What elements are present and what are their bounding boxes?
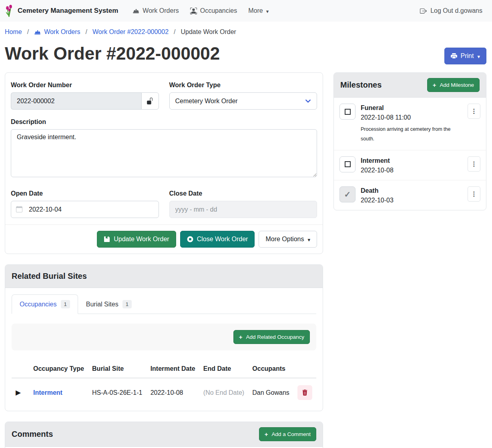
plus-icon: + [265, 431, 268, 437]
nav-label: Work Orders [143, 7, 179, 14]
print-label: Print [461, 52, 474, 60]
description-textarea[interactable]: Graveside interment. [11, 129, 317, 177]
check-icon: ✓ [344, 190, 351, 199]
tab-label: Occupancies [20, 301, 57, 308]
open-date-label: Open Date [11, 190, 159, 197]
close-date-input[interactable] [169, 201, 317, 218]
milestone-checkbox-checked[interactable]: ✓ [339, 186, 355, 202]
burial-site-cell: HS-A-0S-26E-1-1 [88, 378, 147, 407]
milestone-note: Procession arriving at cemetery from the… [361, 125, 462, 144]
logout-button[interactable]: Log Out d.gowans [420, 7, 482, 14]
add-comment-button[interactable]: + Add a Comment [259, 427, 316, 441]
unlock-button[interactable] [141, 92, 159, 110]
plus-icon: + [239, 334, 243, 340]
more-options-button[interactable]: More Options ▾ [259, 231, 317, 248]
occupancies-table: Occupancy Type Burial Site Interment Dat… [12, 360, 316, 407]
milestones-card: Milestones + Add Milestone Funeral 2022-… [333, 72, 486, 210]
app-brand[interactable]: Cemetery Management System [5, 4, 118, 17]
more-options-label: More Options [265, 236, 304, 243]
nav-item-more[interactable]: More ▾ [243, 4, 274, 18]
person-bounding-box-icon [190, 8, 197, 14]
hard-hat-icon [133, 8, 139, 14]
kebab-icon: ⋮ [471, 190, 477, 198]
update-work-order-button[interactable]: Update Work Order [97, 231, 176, 248]
milestone-date: 2022-10-03 [361, 197, 462, 204]
breadcrumb-home[interactable]: Home [5, 28, 22, 36]
milestone-menu-button[interactable]: ⋮ [468, 186, 480, 202]
trash-icon [302, 390, 308, 396]
app-title: Cemetery Management System [18, 7, 118, 15]
chevron-down-icon [305, 98, 311, 104]
tulip-logo-icon [5, 4, 14, 17]
milestone-menu-button[interactable]: ⋮ [468, 156, 480, 172]
plus-icon: + [433, 82, 436, 88]
milestone-checkbox[interactable] [339, 104, 355, 120]
tab-burial-sites[interactable]: Burial Sites 1 [78, 294, 140, 314]
col-burial-site: Burial Site [88, 360, 147, 378]
occupancies-toolbar: + Add Related Occupancy [12, 324, 316, 350]
delete-occupancy-button[interactable] [297, 385, 312, 400]
col-interment-date: Interment Date [147, 360, 199, 378]
add-milestone-button[interactable]: + Add Milestone [427, 78, 480, 92]
nav-label: Occupancies [200, 7, 237, 14]
caret-down-icon: ▾ [307, 237, 310, 242]
breadcrumb-separator: / [27, 28, 29, 36]
work-order-number-input [11, 92, 141, 110]
top-navbar: Cemetery Management System Work Orders O… [0, 0, 492, 22]
hard-hat-icon [34, 29, 41, 36]
add-related-occupancy-label: Add Related Occupancy [246, 334, 304, 340]
print-button[interactable]: Print ▾ [444, 48, 486, 64]
milestone-name: Interment [361, 157, 462, 164]
breadcrumb-label: Work Orders [44, 28, 80, 36]
logout-icon [420, 8, 427, 14]
milestone-name: Funeral [361, 104, 462, 112]
related-burial-sites-title: Related Burial Sites [12, 272, 87, 281]
breadcrumb-separator: / [86, 28, 87, 36]
printer-icon [451, 53, 457, 59]
nav-item-work-orders[interactable]: Work Orders [127, 4, 184, 18]
breadcrumb-work-orders[interactable]: Work Orders [34, 28, 80, 36]
checkbox-empty-icon [345, 109, 351, 115]
add-comment-label: Add a Comment [271, 431, 311, 437]
kebab-icon: ⋮ [471, 160, 477, 168]
related-tabs: Occupancies 1 Burial Sites 1 [12, 294, 316, 314]
tab-count-badge: 1 [122, 300, 132, 308]
caret-down-icon: ▾ [266, 9, 269, 14]
close-work-order-button[interactable]: Close Work Order [180, 231, 255, 248]
occupancy-type-link[interactable]: Interment [33, 389, 62, 396]
work-order-form-card: Work Order Number [5, 72, 323, 254]
comments-title: Comments [12, 430, 53, 439]
work-order-number-label: Work Order Number [11, 82, 159, 89]
nav-label: More [248, 7, 263, 14]
breadcrumb-work-order-number[interactable]: Work Order #2022-000002 [92, 28, 169, 36]
logout-label: Log Out d.gowans [430, 7, 482, 14]
occupancy-row: ▶ Interment HS-A-0S-26E-1-1 2022-10-08 (… [12, 378, 316, 407]
milestone-date: 2022-10-08 11:00 [361, 114, 462, 121]
open-date-input[interactable] [11, 201, 159, 218]
milestone-date: 2022-10-08 [361, 167, 462, 174]
nav-menu: Work Orders Occupancies More ▾ [127, 4, 274, 18]
work-order-type-select[interactable]: Cemetery Work Order [169, 92, 317, 110]
tab-occupancies[interactable]: Occupancies 1 [12, 294, 78, 314]
milestone-item-funeral: Funeral 2022-10-08 11:00 Procession arri… [334, 98, 486, 150]
add-milestone-label: Add Milestone [440, 82, 474, 88]
caret-down-icon: ▾ [477, 54, 480, 59]
kebab-icon: ⋮ [471, 108, 477, 115]
expand-row-icon[interactable]: ▶ [16, 389, 21, 396]
save-icon [104, 236, 110, 242]
milestones-title: Milestones [340, 80, 382, 90]
milestone-item-death: ✓ Death 2022-10-03 ⋮ [334, 180, 486, 210]
close-date-label: Close Date [169, 190, 317, 197]
milestone-menu-button[interactable]: ⋮ [468, 104, 480, 119]
nav-item-occupancies[interactable]: Occupancies [185, 4, 243, 18]
work-order-type-value: Cemetery Work Order [175, 98, 238, 105]
update-work-order-label: Update Work Order [114, 236, 169, 243]
comments-card: Comments + Add a Comment Commentor Comme… [5, 422, 323, 448]
milestone-checkbox[interactable] [339, 156, 355, 172]
page-title: Work Order #2022-000002 [5, 44, 220, 64]
work-order-type-label: Work Order Type [169, 82, 317, 89]
milestone-item-interment: Interment 2022-10-08 ⋮ [334, 150, 486, 180]
add-related-occupancy-button[interactable]: + Add Related Occupancy [233, 330, 310, 344]
col-occupancy-type: Occupancy Type [29, 360, 88, 378]
occupants-cell: Dan Gowans [248, 378, 293, 407]
